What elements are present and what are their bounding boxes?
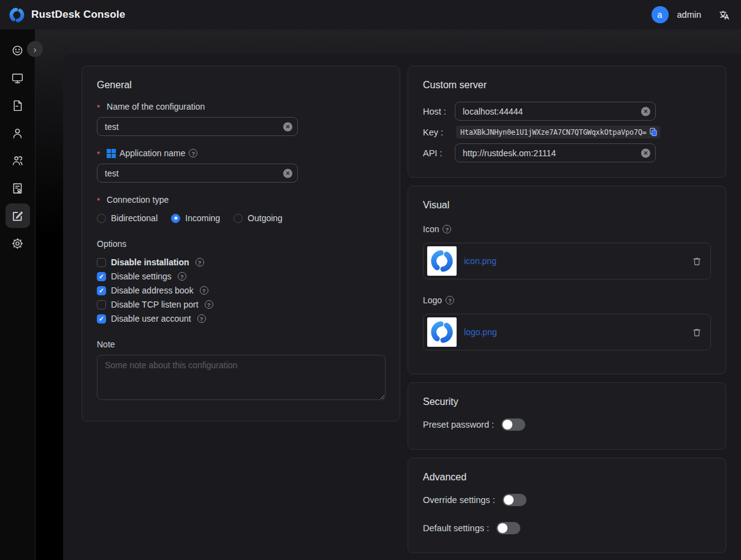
users-icon bbox=[11, 154, 24, 167]
application-name-label: Application name ? bbox=[97, 148, 385, 158]
sidebar-item-documents[interactable] bbox=[6, 93, 30, 118]
radio-bidirectional[interactable]: Bidirectional bbox=[97, 213, 158, 223]
edit-square-icon bbox=[11, 210, 24, 222]
trash-icon[interactable] bbox=[692, 327, 702, 338]
advanced-title: Advanced bbox=[423, 472, 711, 483]
content-background: General Name of the configuration ✕ Ap bbox=[36, 29, 741, 560]
help-icon[interactable]: ? bbox=[197, 314, 206, 323]
options-label: Options bbox=[97, 239, 385, 249]
preset-password-label: Preset password : bbox=[423, 420, 494, 429]
radio-circle-icon bbox=[97, 214, 106, 223]
general-title: General bbox=[97, 80, 385, 91]
server-key-value[interactable]: HtaXBkJNHyn0e1U1jWXze7A7CN7QTGWqxkOtpaVp… bbox=[456, 126, 660, 138]
icon-file-link[interactable]: icon.png bbox=[464, 256, 692, 266]
host-label: Host : bbox=[423, 107, 455, 116]
main-panel: General Name of the configuration ✕ Ap bbox=[63, 54, 741, 560]
document-review-icon bbox=[11, 182, 24, 195]
icon-label: Icon ? bbox=[423, 224, 711, 234]
visual-title: Visual bbox=[423, 200, 711, 211]
override-settings-label: Override settings : bbox=[423, 495, 495, 505]
default-settings-label: Default settings : bbox=[423, 523, 489, 533]
host-input[interactable] bbox=[455, 102, 656, 121]
radio-incoming[interactable]: Incoming bbox=[171, 213, 220, 223]
note-label: Note bbox=[97, 339, 385, 349]
sidebar-item-custom-clients[interactable] bbox=[6, 203, 30, 228]
note-textarea[interactable] bbox=[97, 355, 386, 400]
rustdesk-logo-icon bbox=[9, 7, 25, 23]
monitor-icon bbox=[11, 72, 24, 85]
help-icon[interactable]: ? bbox=[443, 225, 451, 233]
smiley-icon bbox=[11, 44, 24, 57]
default-settings-toggle[interactable] bbox=[496, 522, 520, 534]
sidebar-item-audit[interactable] bbox=[6, 176, 30, 200]
document-icon bbox=[11, 99, 24, 112]
clear-icon[interactable]: ✕ bbox=[641, 107, 650, 116]
application-name-input[interactable] bbox=[97, 164, 298, 183]
api-input[interactable] bbox=[455, 143, 656, 162]
user-avatar[interactable]: a bbox=[652, 6, 669, 23]
connection-type-label: Connection type bbox=[97, 195, 385, 205]
checkbox-disable-installation[interactable]: Disable installation ? bbox=[97, 257, 385, 267]
checkbox-icon bbox=[97, 258, 106, 267]
brand: RustDesk Console bbox=[9, 7, 125, 23]
help-icon[interactable]: ? bbox=[200, 286, 208, 295]
radio-circle-icon bbox=[171, 214, 180, 223]
sidebar-expand-chevron-icon[interactable]: › bbox=[27, 41, 43, 57]
clear-icon[interactable]: ✕ bbox=[641, 148, 650, 157]
trash-icon[interactable] bbox=[692, 256, 702, 267]
logo-file-link[interactable]: logo.png bbox=[464, 327, 692, 337]
logo-upload-row: logo.png bbox=[423, 314, 711, 350]
icon-thumbnail bbox=[427, 246, 457, 276]
api-label: API : bbox=[423, 148, 455, 158]
general-card: General Name of the configuration ✕ Ap bbox=[82, 66, 400, 422]
top-bar: RustDesk Console a admin bbox=[0, 0, 741, 29]
advanced-card: Advanced Override settings : Default set… bbox=[408, 458, 726, 553]
sidebar-item-dashboard[interactable] bbox=[6, 38, 30, 62]
clear-icon[interactable]: ✕ bbox=[283, 122, 292, 131]
sidebar-item-devices[interactable] bbox=[6, 66, 30, 90]
checkbox-disable-tcp-listen-port[interactable]: Disable TCP listen port ? bbox=[97, 300, 385, 309]
help-icon[interactable]: ? bbox=[189, 149, 197, 157]
options-checkbox-list: Disable installation ? Disable settings … bbox=[97, 257, 385, 324]
security-card: Security Preset password : bbox=[408, 382, 726, 450]
visual-card: Visual Icon ? icon.png bbox=[408, 186, 726, 374]
help-icon[interactable]: ? bbox=[178, 272, 186, 281]
copy-icon[interactable] bbox=[648, 127, 658, 137]
gear-icon bbox=[11, 237, 24, 250]
security-title: Security bbox=[423, 396, 711, 407]
custom-server-card: Custom server Host : ✕ Key : HtaXBkJNHyn… bbox=[408, 66, 726, 178]
help-icon[interactable]: ? bbox=[446, 296, 454, 305]
checkbox-icon bbox=[97, 314, 106, 324]
checkbox-disable-settings[interactable]: Disable settings ? bbox=[97, 271, 385, 281]
windows-icon bbox=[107, 149, 116, 158]
icon-upload-row: icon.png bbox=[423, 243, 711, 279]
connection-type-radio-group: Bidirectional Incoming Outgoing bbox=[97, 213, 385, 223]
configuration-name-input[interactable] bbox=[97, 117, 298, 136]
radio-circle-icon bbox=[234, 214, 243, 223]
sidebar-item-groups[interactable] bbox=[6, 148, 30, 173]
sidebar-item-users[interactable] bbox=[6, 121, 30, 145]
help-icon[interactable]: ? bbox=[196, 258, 204, 267]
name-of-configuration-label: Name of the configuration bbox=[97, 102, 385, 112]
sidebar-item-settings[interactable] bbox=[6, 231, 30, 255]
logo-thumbnail bbox=[427, 317, 457, 347]
clear-icon[interactable]: ✕ bbox=[283, 168, 292, 178]
checkbox-disable-user-account[interactable]: Disable user account ? bbox=[97, 314, 385, 324]
radio-outgoing[interactable]: Outgoing bbox=[234, 213, 283, 223]
logo-label: Logo ? bbox=[423, 295, 711, 305]
user-name[interactable]: admin bbox=[677, 10, 702, 20]
custom-server-title: Custom server bbox=[423, 80, 711, 91]
help-icon[interactable]: ? bbox=[205, 300, 213, 309]
key-label: Key : bbox=[423, 127, 455, 137]
app-title: RustDesk Console bbox=[31, 9, 125, 21]
override-settings-toggle[interactable] bbox=[503, 494, 526, 506]
checkbox-icon bbox=[97, 286, 106, 295]
preset-password-toggle[interactable] bbox=[501, 418, 525, 431]
checkbox-icon bbox=[97, 300, 106, 309]
checkbox-disable-address-book[interactable]: Disable address book ? bbox=[97, 286, 385, 295]
translate-icon[interactable] bbox=[718, 9, 730, 21]
checkbox-icon bbox=[97, 272, 106, 281]
sidebar: › bbox=[0, 29, 36, 560]
user-icon bbox=[11, 127, 24, 140]
